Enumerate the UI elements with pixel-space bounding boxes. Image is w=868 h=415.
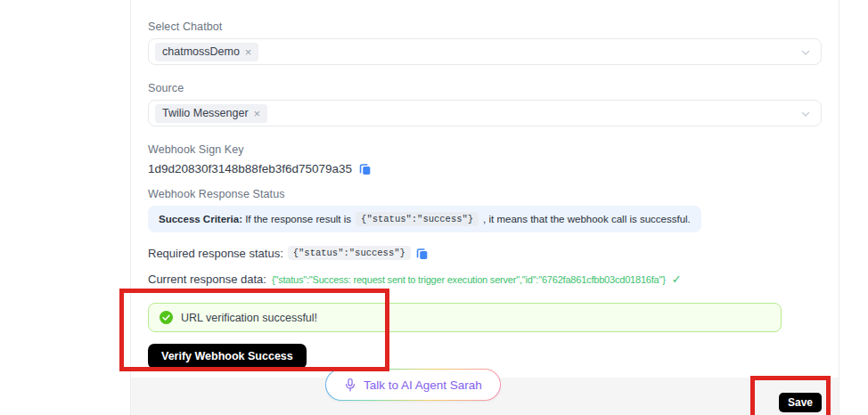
chatbot-tag: chatmossDemo ×	[155, 43, 258, 61]
required-status-row: Required response status: {"status":"suc…	[148, 246, 429, 260]
sign-key-value: 1d9d20830f3148b88feb3f6d75079a35	[148, 162, 352, 175]
success-criteria-title: Success Criteria:	[159, 214, 242, 224]
response-status-label: Webhook Response Status	[148, 188, 285, 200]
chatbot-tag-label: chatmossDemo	[162, 45, 240, 58]
talk-to-agent-button[interactable]: Talk to AI Agent Sarah	[325, 369, 501, 401]
source-tag: Twilio Messenger ×	[155, 104, 267, 123]
source-tag-label: Twilio Messenger	[162, 107, 249, 119]
chatbot-field-label: Select Chatbot	[148, 20, 222, 33]
sign-key-label: Webhook Sign Key	[148, 143, 244, 156]
required-status-label: Required response status:	[148, 247, 283, 260]
panel-right-border	[839, 0, 839, 415]
success-criteria-text-before: If the response result is	[245, 214, 351, 224]
annotation-rect-save	[750, 376, 831, 415]
current-response-label: Current response data:	[148, 273, 266, 286]
chevron-down-icon[interactable]	[800, 109, 811, 119]
check-icon: ✓	[672, 273, 682, 286]
source-field-label: Source	[148, 82, 184, 94]
microphone-icon	[344, 378, 356, 393]
talk-to-agent-label: Talk to AI Agent Sarah	[364, 378, 482, 392]
sign-key-row: 1d9d20830f3148b88feb3f6d75079a35	[148, 162, 372, 175]
copy-icon[interactable]	[358, 162, 372, 175]
current-response-row: Current response data: {"status":"Succes…	[148, 273, 682, 286]
annotation-rect-verification	[119, 289, 389, 371]
tag-remove-icon[interactable]: ×	[245, 46, 252, 58]
current-response-json: {"status":"Success: request sent to trig…	[272, 274, 666, 285]
tag-remove-icon[interactable]: ×	[254, 108, 261, 119]
source-select[interactable]: Twilio Messenger ×	[148, 100, 822, 126]
success-criteria-text-after: , it means that the webhook call is succ…	[483, 214, 691, 224]
success-criteria-infobox: Success Criteria: If the response result…	[148, 206, 701, 232]
success-criteria-code: {"status":"success"}	[356, 212, 479, 226]
copy-icon[interactable]	[415, 247, 429, 260]
required-status-code: {"status":"success"}	[288, 246, 411, 260]
chevron-down-icon[interactable]	[800, 47, 811, 58]
chatbot-select[interactable]: chatmossDemo ×	[148, 38, 822, 65]
